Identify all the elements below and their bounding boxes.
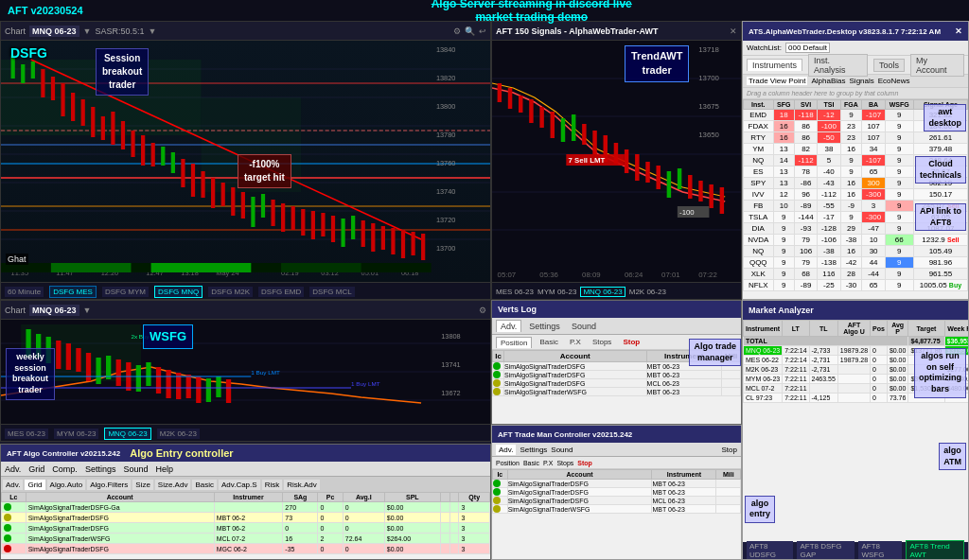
trendawt-annotation: TrendAWTtrader	[625, 45, 689, 82]
svg-rect-28	[121, 121, 125, 149]
awt-tab-tools[interactable]: Tools	[873, 59, 905, 72]
tab-dsfg-mym[interactable]: DSFG MYM	[102, 287, 149, 297]
bottom-tab-udsfg[interactable]: AFT8 UDSFG	[747, 541, 793, 560]
bottom-tab-dsfg-gap[interactable]: AFT8 DSFG GAP	[797, 541, 854, 560]
mnq-tab[interactable]: MNQ 06-23	[104, 428, 150, 440]
svg-rect-37	[211, 178, 215, 208]
svg-rect-35	[191, 164, 195, 197]
chart-symbol-mnq[interactable]: MNQ 06-23	[29, 305, 79, 316]
svg-rect-54	[381, 226, 385, 250]
menu-comp[interactable]: Comp.	[52, 464, 78, 474]
timeframe-label[interactable]: 60 Minute	[5, 287, 44, 297]
svg-text:13675: 13675	[698, 102, 719, 110]
ae-tab-risk[interactable]: Risk	[262, 480, 283, 490]
ae-tab-size-adv[interactable]: Size.Adv	[155, 480, 191, 490]
svg-rect-128	[572, 114, 575, 141]
table-row: SimAlgoSignalTraderDSFG MCL 06-23	[493, 379, 741, 388]
tab-dsfg-mnq[interactable]: DSFG MNQ	[154, 286, 203, 298]
tm-tabs: Adv. Settings Sound	[492, 318, 741, 335]
m2k-tab[interactable]: M2K 06-23	[157, 429, 200, 439]
ae-tab-risk-adv[interactable]: Risk.Adv	[284, 480, 320, 490]
awt-tab-analysis[interactable]: Inst. Analysis	[808, 54, 868, 77]
tm-sub-position[interactable]: Position	[496, 337, 532, 348]
tab-dsfg-mcl[interactable]: DSFG MCL	[309, 287, 354, 297]
ae-tab-basic[interactable]: Basic	[192, 480, 217, 490]
menu-grid[interactable]: Grid	[28, 464, 44, 474]
tm-stops[interactable]: Stops	[556, 460, 573, 466]
svg-rect-127	[561, 118, 565, 142]
bottom-tab-wsfg[interactable]: AFT8 WSFG	[858, 541, 902, 560]
tm-tab-sound[interactable]: Sound	[568, 321, 600, 332]
svg-line-16	[31, 60, 421, 239]
ae-tab-algo-filters[interactable]: Algo.Filters	[87, 480, 131, 490]
tm-sub-px[interactable]: P.X	[566, 337, 585, 347]
awt-mnq-tab[interactable]: MNQ 06-23	[580, 287, 625, 297]
tm-tab-settings[interactable]: Settings	[525, 321, 564, 332]
svg-text:13740: 13740	[436, 187, 456, 196]
ae-tab-grid[interactable]: Grid	[25, 480, 44, 490]
menu-settings[interactable]: Settings	[85, 464, 116, 474]
ae-tab-adv-cap[interactable]: Adv.Cap.S	[219, 480, 260, 490]
tm-pos[interactable]: Position	[496, 460, 520, 466]
sub-tab-signals[interactable]: Signals	[850, 77, 874, 85]
tm-stop-btn[interactable]: Stop	[722, 446, 737, 454]
cloud-technicals-annotation: Cloudtechnicals	[915, 156, 966, 184]
tm-stop[interactable]: Stop	[577, 460, 592, 466]
tm-full-sound[interactable]: Sound	[551, 446, 573, 454]
tab-dsfg-mes[interactable]: DSFG MES	[49, 286, 97, 298]
svg-rect-137	[667, 171, 671, 198]
menu-sound[interactable]: Sound	[123, 464, 148, 474]
svg-text:13650: 13650	[698, 131, 719, 138]
table-row: SimAlgoSignalTraderDSFG MBT 06-2 0 0 0 $…	[2, 523, 490, 534]
svg-text:07:01: 07:01	[661, 271, 680, 278]
menu-help[interactable]: Help	[155, 464, 173, 474]
tab-dsfg-emd[interactable]: DSFG EMD	[258, 287, 304, 297]
sub-tab-econews[interactable]: EcoNews	[878, 77, 910, 85]
svg-text:13808: 13808	[441, 332, 461, 341]
ae-tab-adv[interactable]: Adv.	[3, 480, 23, 490]
svg-rect-50	[341, 219, 344, 247]
tm-basic[interactable]: Basic	[523, 460, 539, 466]
awt-tab-account[interactable]: My Account	[910, 54, 964, 77]
tm-full-adv[interactable]: Adv.	[496, 445, 516, 455]
svg-text:13741: 13741	[441, 360, 461, 369]
svg-rect-89	[56, 341, 61, 369]
bottom-tab-trend[interactable]: AFT8 Trend AWT	[906, 540, 964, 560]
session-annotation: Sessionbreakouttrader	[96, 48, 149, 96]
tm-sub-stop[interactable]: Stop	[619, 337, 643, 347]
tm-sub-stops[interactable]: Stops	[589, 337, 615, 347]
svg-text:08:09: 08:09	[582, 271, 601, 278]
awt-tab-instruments[interactable]: Instruments	[747, 59, 802, 71]
svg-rect-123	[519, 96, 522, 113]
tm-sub-basic[interactable]: Basic	[536, 337, 562, 347]
svg-rect-23	[71, 93, 75, 121]
ae-tab-size[interactable]: Size	[132, 480, 153, 490]
svg-rect-43	[271, 200, 274, 226]
svg-rect-56	[401, 230, 405, 258]
mym-tab[interactable]: MYM 06-23	[54, 429, 98, 439]
tab-dsfg-m2k[interactable]: DSFG M2K	[208, 287, 253, 297]
tm-full-settings[interactable]: Settings	[520, 446, 547, 454]
table-row: SimAlgoSignalTraderDSFG-Ga 270 0 0 $0.00…	[2, 502, 490, 513]
svg-rect-105	[216, 376, 220, 397]
chart-symbol-top[interactable]: MNQ 06-23	[29, 26, 79, 37]
awt-desktop-toolbar: Instruments Inst. Analysis Tools My Acco…	[743, 56, 968, 75]
awt-chart-header: AFT 150 Signals - AlphaWebTrader-AWT ✕	[492, 22, 741, 41]
table-row: QQQ979-138-42449981.96	[744, 257, 968, 269]
sub-tab-alphabias[interactable]: AlphaBias	[811, 77, 845, 85]
wsfg-label: WSFG	[143, 324, 193, 349]
watchlist-selector[interactable]: 000 Default	[785, 43, 830, 53]
svg-text:07:22: 07:22	[698, 271, 717, 278]
tm-tab-adv[interactable]: Adv.	[496, 320, 521, 332]
svg-rect-106	[226, 379, 231, 403]
svg-text:-100: -100	[679, 208, 695, 216]
svg-rect-142	[720, 187, 724, 214]
menu-adv[interactable]: Adv.	[5, 464, 21, 474]
svg-text:13800: 13800	[436, 102, 456, 111]
tm-px[interactable]: P.X	[543, 460, 553, 466]
mes-tab[interactable]: MES 06-23	[5, 429, 48, 439]
sub-tab-trade-view[interactable]: Trade View Point	[747, 77, 807, 85]
svg-rect-91	[76, 348, 80, 372]
ae-table: Lc Account Instrumer SAg Pc Avg.I SPL Qt…	[1, 492, 490, 554]
ae-tab-algo-auto[interactable]: Algo.Auto	[47, 480, 86, 490]
